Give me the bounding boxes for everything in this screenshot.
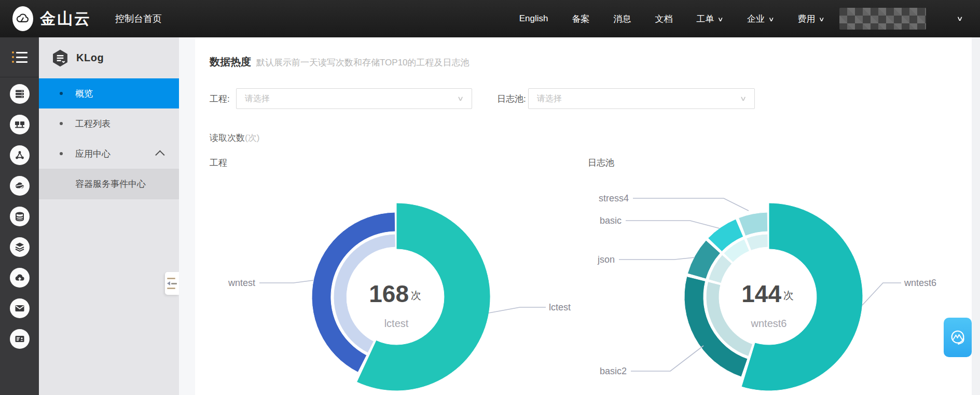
- id-card-icon: [13, 333, 26, 345]
- callout-label-wntest: wntest: [228, 278, 255, 288]
- cloud-logo-icon: [16, 11, 30, 26]
- mail-icon: [13, 302, 26, 315]
- bullet-icon: [60, 122, 63, 125]
- sidebar-item-1[interactable]: 工程列表: [39, 108, 179, 139]
- topnav-item-1[interactable]: 备案: [572, 13, 589, 25]
- database-icon: [13, 210, 26, 223]
- scrollbar-gutter[interactable]: [972, 37, 980, 395]
- topnav-item-label: 工单: [696, 13, 714, 25]
- topbar: 金山云 控制台首页 English备案消息文档工单∨企业∨费用∨ ∨: [0, 0, 980, 37]
- callout-label-json: json: [597, 254, 615, 265]
- callout-line-basic: [626, 221, 720, 228]
- topnav-item-label: 企业: [747, 13, 765, 25]
- callout-label-stress4: stress4: [599, 193, 629, 203]
- rail-item-network[interactable]: [10, 145, 30, 165]
- network-nodes-icon: [13, 149, 26, 161]
- donut-center-value: 144: [741, 280, 781, 307]
- topbar-nav: English备案消息文档工单∨企业∨费用∨: [519, 0, 824, 37]
- callout-label-lctest: lctest: [549, 302, 571, 312]
- donut-center-unit: 次: [783, 290, 794, 301]
- bullet-icon: [60, 92, 63, 95]
- donut-chart-logpool: stress4basicjsonbasic2wntest6144次wntest6: [597, 193, 936, 391]
- rail-item-server[interactable]: [10, 84, 30, 104]
- chevron-down-icon: ∨: [717, 15, 724, 22]
- all-products-menu-button[interactable]: [0, 37, 39, 77]
- sidebar-item-0[interactable]: 概览: [39, 78, 179, 108]
- callout-line-lctest: [489, 307, 546, 313]
- sidebar-item-label: 概览: [75, 88, 93, 100]
- topnav-item-label: English: [519, 13, 548, 24]
- topnav-item-4[interactable]: 工单∨: [696, 13, 723, 25]
- sidebar-item-label: 应用中心: [75, 148, 111, 160]
- topnav-item-label: 费用: [797, 13, 815, 25]
- rail-item-idcard[interactable]: [10, 329, 30, 349]
- blurred-username[interactable]: [839, 8, 926, 30]
- topnav-item-2[interactable]: 消息: [613, 13, 631, 25]
- callout-line-stress4: [633, 198, 749, 211]
- rail-item-mail[interactable]: [10, 298, 30, 318]
- sidenav-collapse-button[interactable]: [165, 272, 179, 295]
- support-mascot-icon: [947, 326, 969, 348]
- cloud-upload-icon: [13, 271, 26, 284]
- product-icon-rail: [0, 37, 39, 395]
- rail-icon-list: [0, 77, 39, 349]
- chevron-down-icon: ∨: [768, 15, 775, 22]
- product-header: KLog: [39, 37, 179, 78]
- callout-line-wntest6: [862, 283, 901, 305]
- user-chevron-down-icon[interactable]: ∨: [956, 15, 963, 22]
- sidenav-items: 概览工程列表应用中心容器服务事件中心: [39, 78, 179, 199]
- klog-console-page: 金山云 控制台首页 English备案消息文档工单∨企业∨费用∨ ∨: [0, 0, 980, 395]
- topnav-item-5[interactable]: 企业∨: [747, 13, 774, 25]
- brand-name[interactable]: 金山云: [40, 8, 91, 30]
- product-name: KLog: [76, 52, 104, 64]
- donut-center-unit: 次: [411, 290, 421, 301]
- topnav-item-label: 文档: [655, 13, 672, 25]
- customer-service-button[interactable]: [944, 318, 972, 357]
- callout-line-wntest: [259, 280, 313, 283]
- rail-item-layers[interactable]: [10, 237, 30, 257]
- donut-center-label: wntest6: [751, 318, 787, 329]
- cloud-globe-icon: [13, 180, 26, 192]
- callout-line-json: [619, 257, 695, 260]
- topnav-item-3[interactable]: 文档: [655, 13, 672, 25]
- sidebar-item-2[interactable]: 应用中心: [39, 139, 179, 169]
- rail-item-cloud-upload[interactable]: [10, 268, 30, 288]
- dual-monitor-icon: [13, 118, 26, 131]
- chevron-up-icon: [155, 150, 164, 159]
- rail-item-cloud[interactable]: [10, 176, 30, 196]
- kingsoft-cloud-logo[interactable]: [12, 6, 33, 31]
- bullet-icon: [60, 152, 63, 155]
- klog-sidenav: KLog 概览工程列表应用中心容器服务事件中心: [39, 37, 179, 395]
- donut-center-value: 168: [369, 280, 409, 307]
- callout-label-wntest6: wntest6: [904, 278, 936, 288]
- sidebar-subitem-0[interactable]: 容器服务事件中心: [39, 169, 179, 199]
- main-content: 数据热度 默认展示前一天读写次数和存储TOP10的工程及日志池 工程: 请选择 …: [195, 37, 972, 395]
- topnav-item-6[interactable]: 费用∨: [797, 13, 824, 25]
- callout-line-basic2: [631, 346, 703, 371]
- rail-item-hosts[interactable]: [10, 115, 30, 134]
- donut-center-label: lctest: [384, 318, 409, 329]
- topnav-item-0[interactable]: English: [519, 13, 548, 24]
- klog-product-icon: [50, 48, 70, 68]
- rail-item-database[interactable]: [10, 207, 30, 226]
- donut-chart-project: wntestlctest168次lctest: [228, 203, 571, 391]
- collapse-sidebar-icon: [167, 278, 177, 289]
- layers-icon: [13, 241, 26, 253]
- console-home-link[interactable]: 控制台首页: [115, 12, 162, 25]
- hamburger-menu-icon: [12, 51, 27, 63]
- donut-segment-inner-stress4[interactable]: [747, 234, 768, 250]
- read-count-charts: wntestlctest168次lcteststress4basicjsonba…: [195, 37, 972, 395]
- sidebar-item-label: 工程列表: [75, 118, 111, 130]
- topnav-item-label: 备案: [572, 13, 589, 25]
- callout-label-basic2: basic2: [600, 366, 627, 376]
- chevron-down-icon: ∨: [819, 15, 825, 22]
- topnav-item-label: 消息: [613, 13, 631, 25]
- server-rack-icon: [13, 88, 26, 100]
- callout-label-basic: basic: [600, 215, 622, 226]
- donut-segment-stress4[interactable]: [739, 212, 768, 236]
